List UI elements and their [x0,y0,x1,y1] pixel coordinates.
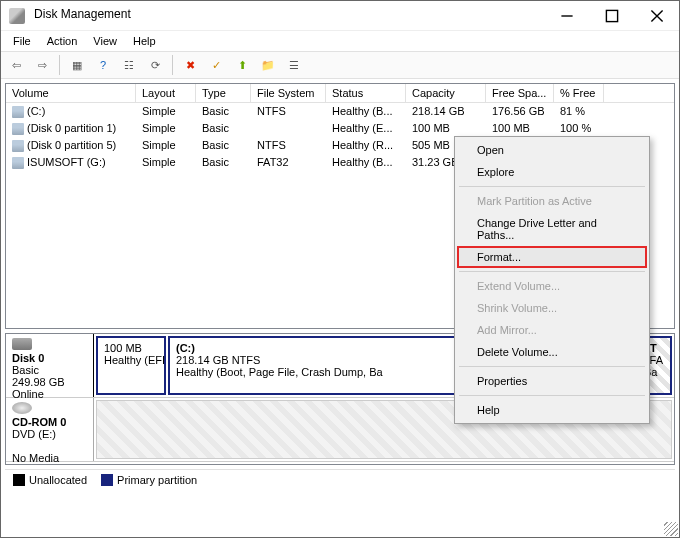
menu-help[interactable]: Help [125,33,164,49]
swatch-unallocated [13,474,25,486]
forward-button[interactable]: ⇨ [31,54,53,76]
menu-item-mark-partition-as-active: Mark Partition as Active [457,190,647,212]
up-icon: ⬆ [238,59,247,72]
col-volume[interactable]: Volume [6,84,136,102]
context-menu: OpenExploreMark Partition as ActiveChang… [454,136,650,424]
disk-type: Basic [12,364,39,376]
folder-button[interactable]: 📁 [257,54,279,76]
refresh-button[interactable]: ⟳ [144,54,166,76]
tile-icon: ▦ [72,59,82,72]
context-menu-separator [459,271,645,272]
col-capacity[interactable]: Capacity [406,84,486,102]
close-button[interactable] [634,1,679,31]
partition-efi[interactable]: 100 MB Healthy (EFI S [96,336,166,395]
menu-action[interactable]: Action [39,33,86,49]
menu-item-explore[interactable]: Explore [457,161,647,183]
back-icon: ⇦ [12,59,21,72]
col-pct[interactable]: % Free [554,84,604,102]
delete-icon: ✖ [186,59,195,72]
toolbar: ⇦ ⇨ ▦ ? ☷ ⟳ ✖ ✓ ⬆ 📁 ☰ [1,51,679,79]
details-icon: ☷ [124,59,134,72]
forward-icon: ⇨ [38,59,47,72]
menu-item-shrink-volume: Shrink Volume... [457,297,647,319]
details-button[interactable]: ☷ [118,54,140,76]
menu-item-add-mirror: Add Mirror... [457,319,647,341]
disk-icon [12,338,32,350]
col-layout[interactable]: Layout [136,84,196,102]
menu-view[interactable]: View [85,33,125,49]
menu-item-open[interactable]: Open [457,139,647,161]
menu-item-properties[interactable]: Properties [457,370,647,392]
svg-rect-0 [606,10,617,21]
disk-size: 249.98 GB [12,376,65,388]
menubar: File Action View Help [1,31,679,51]
tile-view-button[interactable]: ▦ [66,54,88,76]
menu-item-extend-volume: Extend Volume... [457,275,647,297]
window-control-buttons [544,1,679,31]
context-menu-separator [459,395,645,396]
volume-icon [12,157,24,169]
table-row[interactable]: (C:) Simple Basic NTFS Healthy (B... 218… [6,103,674,120]
context-menu-separator [459,186,645,187]
volume-icon [12,123,24,135]
cdrom-icon [12,402,32,414]
cdrom-info[interactable]: CD-ROM 0 DVD (E:) No Media [6,398,94,461]
up-button[interactable]: ⬆ [231,54,253,76]
toolbar-separator [59,55,60,75]
cdrom-name: CD-ROM 0 [12,416,66,428]
check-button[interactable]: ✓ [205,54,227,76]
table-row[interactable]: (Disk 0 partition 1) Simple Basic Health… [6,120,674,137]
help-button[interactable]: ? [92,54,114,76]
cdrom-state: No Media [12,452,59,464]
volume-icon [12,140,24,152]
menu-item-format[interactable]: Format... [457,246,647,268]
titlebar: Disk Management [1,1,679,31]
legend-primary: Primary partition [101,474,197,486]
delete-button[interactable]: ✖ [179,54,201,76]
col-status[interactable]: Status [326,84,406,102]
col-free[interactable]: Free Spa... [486,84,554,102]
title-group: Disk Management [9,7,131,23]
resize-grip[interactable] [664,522,678,536]
folder-icon: 📁 [261,59,275,72]
swatch-primary [101,474,113,486]
help-icon: ? [100,59,106,71]
close-icon [650,9,664,23]
back-button[interactable]: ⇦ [5,54,27,76]
col-fs[interactable]: File System [251,84,326,102]
legend: Unallocated Primary partition [5,469,675,489]
menu-item-delete-volume[interactable]: Delete Volume... [457,341,647,363]
legend-unallocated: Unallocated [13,474,87,486]
disk-0-info[interactable]: Disk 0 Basic 249.98 GB Online [6,334,94,397]
window-title: Disk Management [34,7,131,21]
minimize-icon [560,9,574,23]
toolbar-separator [172,55,173,75]
minimize-button[interactable] [544,1,589,31]
refresh-icon: ⟳ [151,59,160,72]
check-icon: ✓ [212,59,221,72]
maximize-icon [605,9,619,23]
props-icon: ☰ [289,59,299,72]
volume-list-header: Volume Layout Type File System Status Ca… [6,84,674,103]
menu-item-change-drive-letter-and-paths[interactable]: Change Drive Letter and Paths... [457,212,647,246]
maximize-button[interactable] [589,1,634,31]
app-icon [9,8,25,24]
col-type[interactable]: Type [196,84,251,102]
cdrom-type: DVD (E:) [12,428,56,440]
menu-file[interactable]: File [5,33,39,49]
volume-icon [12,106,24,118]
menu-item-help[interactable]: Help [457,399,647,421]
disk-name: Disk 0 [12,352,44,364]
props-button[interactable]: ☰ [283,54,305,76]
context-menu-separator [459,366,645,367]
